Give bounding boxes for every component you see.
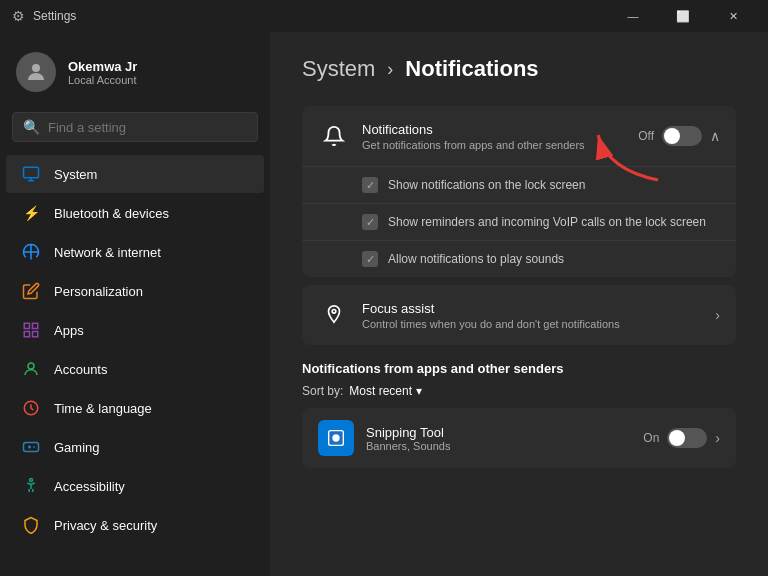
svg-rect-3 (33, 323, 38, 328)
toggle-off-label: Off (638, 129, 654, 143)
sidebar-item-personalization[interactable]: Personalization (6, 272, 264, 310)
focus-assist-row[interactable]: Focus assist Control times when you do a… (302, 285, 736, 345)
time-icon (22, 399, 40, 417)
bluetooth-icon: ⚡ (22, 204, 40, 222)
sidebar: Okemwa Jr Local Account 🔍 System ⚡ Bluet… (0, 32, 270, 576)
sort-button[interactable]: Most recent ▾ (349, 384, 422, 398)
title-bar: ⚙ Settings — ⬜ ✕ (0, 0, 768, 32)
avatar (16, 52, 56, 92)
main-content: System › Notifications Notifications Get… (270, 32, 768, 576)
sub-option-sounds: ✓ Allow notifications to play sounds (302, 241, 736, 277)
sidebar-item-label-accessibility: Accessibility (54, 479, 125, 494)
maximize-button[interactable]: ⬜ (660, 0, 706, 32)
sidebar-item-label-apps: Apps (54, 323, 84, 338)
sidebar-item-system[interactable]: System (6, 155, 264, 193)
sidebar-item-label-system: System (54, 167, 97, 182)
minimize-button[interactable]: — (610, 0, 656, 32)
notifications-toggle-row: Notifications Get notifications from app… (302, 106, 736, 167)
title-bar-controls: — ⬜ ✕ (610, 0, 756, 32)
svg-point-0 (32, 64, 40, 72)
sidebar-item-accounts[interactable]: Accounts (6, 350, 264, 388)
sidebar-item-network[interactable]: Network & internet (6, 233, 264, 271)
checkbox-sounds[interactable]: ✓ (362, 251, 378, 267)
settings-icon: ⚙ (12, 8, 25, 24)
svg-rect-5 (24, 332, 29, 337)
apps-section-title: Notifications from apps and other sender… (302, 361, 736, 376)
sidebar-item-gaming[interactable]: Gaming (6, 428, 264, 466)
accounts-icon (22, 360, 40, 378)
search-icon: 🔍 (23, 119, 40, 135)
page-title: Notifications (405, 56, 538, 82)
accessibility-icon (22, 477, 40, 495)
svg-point-11 (332, 310, 336, 314)
focus-text: Focus assist Control times when you do a… (362, 301, 715, 330)
user-section: Okemwa Jr Local Account (0, 32, 270, 108)
bell-icon (318, 120, 350, 152)
svg-point-13 (333, 435, 339, 441)
sidebar-item-bluetooth[interactable]: ⚡ Bluetooth & devices (6, 194, 264, 232)
sub-option-lock-screen: ✓ Show notifications on the lock screen (302, 167, 736, 204)
sidebar-item-label-bluetooth: Bluetooth & devices (54, 206, 169, 221)
focus-title: Focus assist (362, 301, 715, 316)
sidebar-item-label-personalization: Personalization (54, 284, 143, 299)
sub-option-reminders-label: Show reminders and incoming VoIP calls o… (388, 215, 706, 229)
apps-icon (22, 321, 40, 339)
sidebar-item-label-gaming: Gaming (54, 440, 100, 455)
notifications-toggle[interactable] (662, 126, 702, 146)
nav-list: System ⚡ Bluetooth & devices Network & i… (0, 154, 270, 545)
app-row-snipping-tool[interactable]: Snipping Tool Banners, Sounds On › (302, 408, 736, 468)
svg-rect-1 (24, 167, 39, 178)
notifications-card: Notifications Get notifications from app… (302, 106, 736, 277)
gaming-icon (22, 438, 40, 456)
svg-rect-2 (24, 323, 29, 328)
sidebar-item-apps[interactable]: Apps (6, 311, 264, 349)
snipping-tool-icon (318, 420, 354, 456)
app-toggle-label: On (643, 431, 659, 445)
notifications-desc: Get notifications from apps and other se… (362, 139, 638, 151)
personalization-icon (22, 282, 40, 300)
app-row-chevron: › (715, 430, 720, 446)
sort-label: Sort by: (302, 384, 343, 398)
title-bar-title: Settings (33, 9, 76, 23)
search-input[interactable] (48, 120, 247, 135)
breadcrumb-parent: System (302, 56, 375, 82)
focus-chevron: › (715, 307, 720, 323)
focus-icon (318, 299, 350, 331)
network-icon (22, 243, 40, 261)
sidebar-item-accessibility[interactable]: Accessibility (6, 467, 264, 505)
svg-point-9 (30, 479, 33, 482)
title-bar-left: ⚙ Settings (12, 8, 76, 24)
privacy-icon (22, 516, 40, 534)
sort-row: Sort by: Most recent ▾ (302, 384, 736, 398)
sub-option-reminders: ✓ Show reminders and incoming VoIP calls… (302, 204, 736, 241)
sort-value: Most recent (349, 384, 412, 398)
sidebar-item-label-time: Time & language (54, 401, 152, 416)
breadcrumb-chevron: › (387, 59, 393, 80)
user-info: Okemwa Jr Local Account (68, 59, 137, 86)
sidebar-item-time[interactable]: Time & language (6, 389, 264, 427)
expand-button[interactable]: ∧ (710, 128, 720, 144)
app-name: Snipping Tool (366, 425, 631, 440)
search-box[interactable]: 🔍 (12, 112, 258, 142)
app-toggle[interactable] (667, 428, 707, 448)
app-control: On › (643, 428, 720, 448)
app-toggle-knob (669, 430, 685, 446)
sidebar-item-label-network: Network & internet (54, 245, 161, 260)
sidebar-item-privacy[interactable]: Privacy & security (6, 506, 264, 544)
close-button[interactable]: ✕ (710, 0, 756, 32)
notifications-control: Off ∧ (638, 126, 720, 146)
user-type: Local Account (68, 74, 137, 86)
checkbox-lock-screen[interactable]: ✓ (362, 177, 378, 193)
svg-rect-4 (33, 332, 38, 337)
sub-option-lock-screen-label: Show notifications on the lock screen (388, 178, 585, 192)
checkbox-reminders[interactable]: ✓ (362, 214, 378, 230)
app-body: Okemwa Jr Local Account 🔍 System ⚡ Bluet… (0, 32, 768, 576)
app-info-snipping-tool: Snipping Tool Banners, Sounds (366, 425, 631, 452)
sidebar-item-label-privacy: Privacy & security (54, 518, 157, 533)
sort-chevron-icon: ▾ (416, 384, 422, 398)
notifications-title: Notifications (362, 122, 638, 137)
toggle-knob (664, 128, 680, 144)
sidebar-item-label-accounts: Accounts (54, 362, 107, 377)
svg-point-6 (28, 363, 34, 369)
page-header: System › Notifications (302, 56, 736, 82)
